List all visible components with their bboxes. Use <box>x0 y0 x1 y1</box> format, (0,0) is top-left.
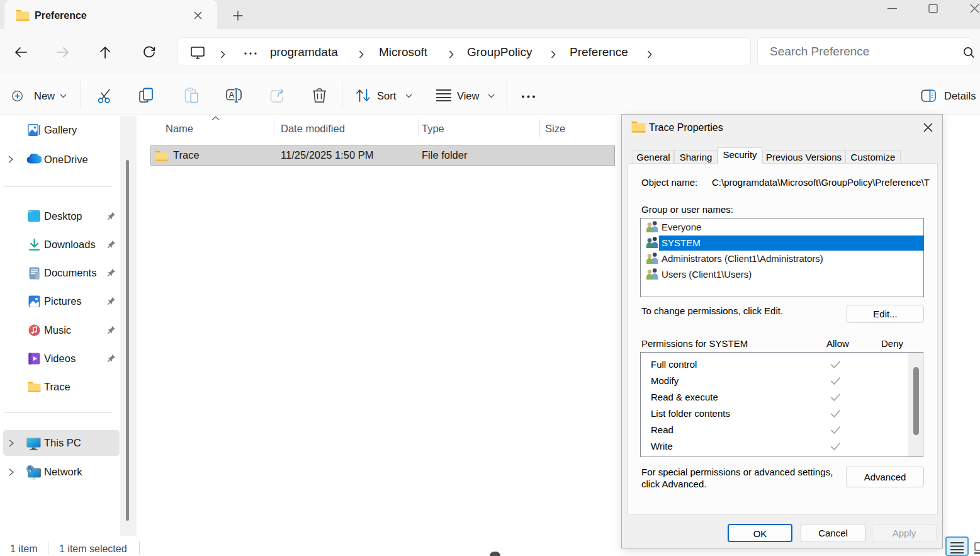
svg-text:A: A <box>229 90 235 99</box>
